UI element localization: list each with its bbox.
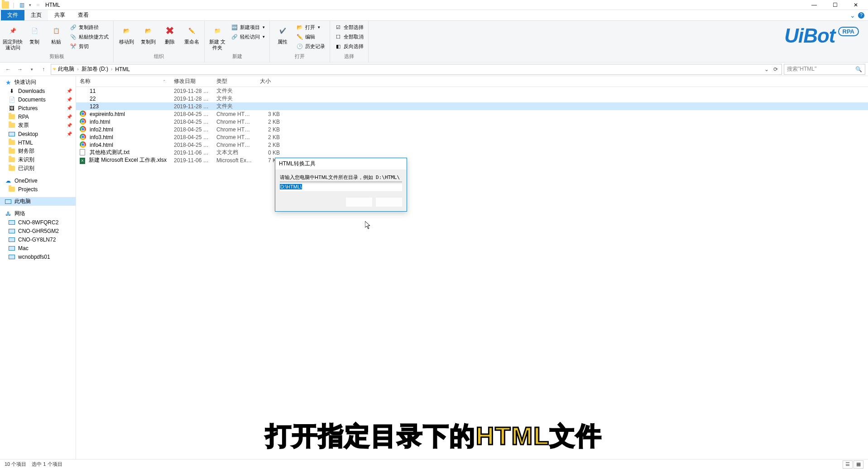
sidebar-item[interactable]: 已识别 — [0, 164, 76, 173]
new-item-button[interactable]: 🆕新建项目▾ — [229, 23, 267, 32]
folder-icon — [8, 186, 15, 193]
tab-file[interactable]: 文件 — [1, 10, 24, 20]
sidebar-quickaccess[interactable]: ★快速访问 — [0, 78, 76, 87]
chevron-right-icon[interactable]: › — [77, 67, 78, 72]
qat-props-icon[interactable]: ▥ — [18, 1, 25, 9]
minimize-button[interactable]: — — [804, 0, 825, 10]
file-icon — [80, 103, 87, 110]
maximize-button[interactable]: ☐ — [825, 0, 845, 10]
sidebar-item[interactable]: 🖼Pictures📌 — [0, 104, 76, 112]
sidebar-network[interactable]: 🖧网络 — [0, 209, 76, 218]
tab-view[interactable]: 查看 — [72, 10, 95, 20]
pin-icon: 📌 — [67, 123, 72, 128]
chevron-right-icon[interactable]: › — [54, 67, 55, 72]
sidebar-item[interactable]: 发票📌 — [0, 121, 76, 130]
breadcrumb-dropdown[interactable]: ⌄ — [762, 66, 771, 73]
computer-icon — [8, 236, 15, 243]
tab-share[interactable]: 共享 — [48, 10, 72, 20]
crumb-thispc[interactable]: 此电脑 — [56, 65, 76, 73]
paste-button[interactable]: 📋粘贴 — [46, 22, 66, 45]
tab-home[interactable]: 主页 — [24, 10, 48, 20]
file-row[interactable]: 112019-11-28 17:10文件夹 — [76, 87, 868, 95]
new-folder-button[interactable]: 📁新建 文件夹 — [207, 22, 227, 51]
file-row[interactable]: info.html2018-04-25 15:03Chrome HTML D..… — [76, 118, 868, 126]
file-row[interactable]: X新建 Microsoft Excel 工作表.xlsx2019-11-06 1… — [76, 156, 868, 164]
sidebar-item[interactable]: 📄Documents📌 — [0, 95, 76, 104]
sidebar-item[interactable]: Mac — [0, 244, 76, 252]
sidebar-thispc[interactable]: 此电脑 — [0, 197, 76, 206]
qat-dropdown-icon[interactable]: ▾ — [26, 1, 34, 9]
file-row[interactable]: info3.html2018-04-25 15:03Chrome HTML D.… — [76, 133, 868, 141]
sidebar-item[interactable]: CNO-GHR5GM2 — [0, 227, 76, 235]
file-pane: 名称⌃ 修改日期 类型 大小 112019-11-28 17:10文件夹2220… — [76, 76, 868, 459]
easy-access-button[interactable]: 🔗轻松访问▾ — [229, 32, 267, 41]
dialog-message: 请输入您电脑中HTML文件所在目录，例如 D:\HTML\ — [280, 174, 402, 182]
ribbon-help[interactable]: ⌄? — [850, 10, 864, 20]
file-icon — [80, 118, 87, 126]
nav-forward-button[interactable]: → — [14, 64, 25, 75]
dialog-input[interactable]: D:\HTML\ — [280, 184, 402, 191]
chevron-right-icon[interactable]: › — [111, 67, 112, 72]
select-all-button[interactable]: ☑全部选择 — [333, 23, 365, 32]
copy-to-button[interactable]: 📂复制到 — [138, 22, 158, 45]
pin-icon: 📌 — [67, 114, 72, 119]
sidebar-item[interactable]: wcnobpdfs01 — [0, 252, 76, 261]
delete-button[interactable]: ✖删除 — [160, 22, 180, 45]
nav-recent-button[interactable]: ▾ — [26, 64, 37, 75]
pin-icon: 📌 — [67, 88, 72, 93]
rename-button[interactable]: ✏️重命名 — [182, 22, 201, 45]
cut-button[interactable]: ✂️剪切 — [68, 42, 110, 51]
search-placeholder: 搜索"HTML" — [787, 65, 816, 73]
paste-shortcut-button[interactable]: 📎粘贴快捷方式 — [68, 32, 110, 41]
file-row[interactable]: 222019-11-28 17:10文件夹 — [76, 95, 868, 102]
sidebar-item[interactable]: CNO-8WFQRC2 — [0, 218, 76, 227]
refresh-button[interactable]: ⟳ — [772, 66, 780, 73]
sidebar-item[interactable]: RPA📌 — [0, 112, 76, 121]
crumb-volume[interactable]: 新加卷 (D:) — [80, 65, 110, 73]
file-row[interactable]: 其他格式测试.txt2019-11-06 17:10文本文档0 KB — [76, 149, 868, 156]
file-row[interactable]: 1232019-11-28 17:10文件夹 — [76, 102, 868, 110]
search-input[interactable]: 搜索"HTML" 🔍 — [784, 64, 865, 75]
dialog-title: HTML转换工具 — [275, 158, 407, 169]
open-button[interactable]: 📂打开▾ — [294, 23, 327, 32]
pin-quickaccess-button[interactable]: 📌固定到快 速访问 — [3, 22, 23, 51]
file-row[interactable]: expireinfo.html2018-04-25 14:49Chrome HT… — [76, 110, 868, 118]
sidebar-item[interactable]: 未识别 — [0, 155, 76, 164]
history-button[interactable]: 🕑历史记录 — [294, 42, 327, 51]
file-icon — [80, 111, 87, 118]
dialog-ok-button[interactable] — [346, 198, 372, 207]
view-icons-button[interactable]: ▦ — [854, 460, 863, 469]
status-selected: 选中 1 个项目 — [32, 461, 62, 468]
col-type[interactable]: 类型 — [213, 76, 256, 87]
sidebar-item[interactable]: 财务部 — [0, 147, 76, 155]
nav-up-button[interactable]: ↑ — [38, 64, 49, 75]
view-details-button[interactable]: ☰ — [843, 460, 853, 469]
sidebar-item[interactable]: Desktop📌 — [0, 130, 76, 138]
col-date[interactable]: 修改日期 — [170, 76, 213, 87]
close-button[interactable]: ✕ — [845, 0, 866, 10]
sidebar-item[interactable]: CNO-GY8LN72 — [0, 235, 76, 244]
dialog-cancel-button[interactable] — [376, 198, 402, 207]
sidebar-item[interactable]: ⬇Downloads📌 — [0, 87, 76, 95]
col-name[interactable]: 名称⌃ — [76, 76, 170, 87]
address-bar: ← → ▾ ↑ › 此电脑 › 新加卷 (D:) › HTML ⌄ ⟳ 搜索"H… — [0, 63, 868, 76]
ribbon-tabs: 文件 主页 共享 查看 ⌄? — [0, 10, 868, 21]
nav-back-button[interactable]: ← — [3, 64, 14, 75]
file-row[interactable]: info2.html2018-04-25 15:03Chrome HTML D.… — [76, 126, 868, 133]
copy-button[interactable]: 📄复制 — [24, 22, 44, 45]
copy-path-button[interactable]: 🔗复制路径 — [68, 23, 110, 32]
sidebar-item[interactable]: HTML — [0, 138, 76, 147]
edit-button[interactable]: ✏️编辑 — [294, 32, 327, 41]
properties-button[interactable]: ✔️属性 — [273, 22, 293, 45]
move-to-button[interactable]: 📂移动到 — [116, 22, 136, 45]
file-icon — [80, 126, 87, 133]
sidebar-item[interactable]: Projects — [0, 185, 76, 193]
select-none-button[interactable]: ☐全部取消 — [333, 32, 365, 41]
col-size[interactable]: 大小 — [256, 76, 283, 87]
crumb-folder[interactable]: HTML — [113, 66, 132, 73]
file-row[interactable]: info4.html2018-04-25 15:03Chrome HTML D.… — [76, 141, 868, 149]
breadcrumb[interactable]: › 此电脑 › 新加卷 (D:) › HTML ⌄ ⟳ — [51, 64, 782, 75]
document-icon: 📄 — [8, 96, 15, 103]
sidebar-onedrive[interactable]: ☁OneDrive — [0, 176, 76, 185]
invert-selection-button[interactable]: ◧反向选择 — [333, 42, 365, 51]
